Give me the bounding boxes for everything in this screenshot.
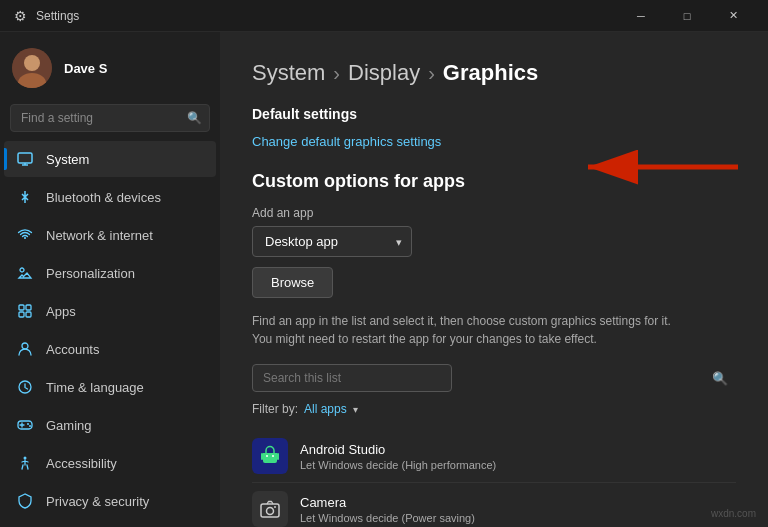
breadcrumb-chevron-2: ›	[428, 62, 435, 85]
personalization-icon	[16, 264, 34, 282]
sidebar-item-label: Gaming	[46, 418, 92, 433]
sidebar-item-personalization[interactable]: Personalization	[4, 255, 216, 291]
svg-rect-3	[18, 153, 32, 163]
privacy-icon	[16, 492, 34, 510]
browse-button[interactable]: Browse	[252, 267, 333, 298]
breadcrumb-system: System	[252, 60, 325, 86]
app-desc: Let Windows decide (Power saving)	[300, 512, 475, 524]
app-body: Dave S 🔍 System	[0, 32, 768, 527]
titlebar: ⚙ Settings ─ □ ✕	[0, 0, 768, 32]
sidebar-item-bluetooth[interactable]: Bluetooth & devices	[4, 179, 216, 215]
dropdown-wrapper: Desktop app Microsoft Store app ▾	[252, 226, 412, 257]
accounts-icon	[16, 340, 34, 358]
maximize-button[interactable]: □	[664, 0, 710, 32]
user-name: Dave S	[64, 61, 107, 76]
search-list-row: 🔍	[252, 364, 736, 392]
sidebar-item-label: Apps	[46, 304, 76, 319]
change-default-link[interactable]: Change default graphics settings	[252, 134, 441, 149]
system-icon	[16, 150, 34, 168]
avatar	[12, 48, 52, 88]
close-button[interactable]: ✕	[710, 0, 756, 32]
default-settings-title: Default settings	[252, 106, 736, 122]
sidebar-item-label: Privacy & security	[46, 494, 149, 509]
app-info: Camera Let Windows decide (Power saving)	[300, 495, 475, 524]
add-app-row: Desktop app Microsoft Store app ▾	[252, 226, 736, 257]
breadcrumb-display: Display	[348, 60, 420, 86]
apps-icon	[16, 302, 34, 320]
svg-point-6	[20, 268, 24, 272]
svg-point-21	[272, 455, 274, 457]
time-icon	[16, 378, 34, 396]
svg-point-1	[24, 55, 40, 71]
filter-chevron-icon: ▾	[353, 404, 358, 415]
svg-point-20	[266, 455, 268, 457]
sidebar-item-network[interactable]: Network & internet	[4, 217, 216, 253]
content-area: System › Display › Graphics Default sett…	[220, 32, 768, 527]
filter-label: Filter by:	[252, 402, 298, 416]
svg-rect-9	[19, 312, 24, 317]
sidebar-nav: System Bluetooth & devices	[0, 140, 220, 527]
svg-point-18	[24, 457, 27, 460]
sidebar-item-accounts[interactable]: Accounts	[4, 331, 216, 367]
search-list-input[interactable]	[252, 364, 452, 392]
sidebar-item-gaming[interactable]: Gaming	[4, 407, 216, 443]
sidebar-item-update[interactable]: Windows Update	[4, 521, 216, 527]
app-list: Android Studio Let Windows decide (High …	[252, 430, 736, 527]
bluetooth-icon	[16, 188, 34, 206]
app-icon-android	[252, 438, 288, 474]
sidebar: Dave S 🔍 System	[0, 32, 220, 527]
list-item[interactable]: Android Studio Let Windows decide (High …	[252, 430, 736, 483]
app-name: Camera	[300, 495, 475, 510]
search-icon: 🔍	[187, 111, 202, 125]
sidebar-item-accessibility[interactable]: Accessibility	[4, 445, 216, 481]
sidebar-item-label: Bluetooth & devices	[46, 190, 161, 205]
sidebar-item-privacy[interactable]: Privacy & security	[4, 483, 216, 519]
breadcrumb: System › Display › Graphics	[252, 60, 736, 86]
app-info: Android Studio Let Windows decide (High …	[300, 442, 496, 471]
user-profile[interactable]: Dave S	[0, 32, 220, 100]
filter-value[interactable]: All apps	[304, 402, 347, 416]
svg-rect-7	[19, 305, 24, 310]
sidebar-item-label: Accessibility	[46, 456, 117, 471]
svg-point-17	[29, 425, 31, 427]
settings-icon: ⚙	[12, 8, 28, 24]
breadcrumb-graphics: Graphics	[443, 60, 538, 86]
hint-text: Find an app in the list and select it, t…	[252, 312, 692, 348]
sidebar-item-label: Network & internet	[46, 228, 153, 243]
titlebar-controls: ─ □ ✕	[618, 0, 756, 32]
sidebar-item-label: System	[46, 152, 89, 167]
app-icon-camera	[252, 491, 288, 527]
breadcrumb-chevron-1: ›	[333, 62, 340, 85]
add-app-label: Add an app	[252, 206, 736, 220]
gaming-icon	[16, 416, 34, 434]
filter-row: Filter by: All apps ▾	[252, 402, 736, 416]
sidebar-item-label: Personalization	[46, 266, 135, 281]
search-input[interactable]	[10, 104, 210, 132]
svg-point-16	[27, 423, 29, 425]
sidebar-item-apps[interactable]: Apps	[4, 293, 216, 329]
app-type-dropdown[interactable]: Desktop app Microsoft Store app	[252, 226, 412, 257]
svg-point-11	[22, 343, 28, 349]
custom-options-title: Custom options for apps	[252, 171, 736, 192]
svg-point-26	[274, 506, 276, 508]
titlebar-title: Settings	[36, 9, 79, 23]
app-desc: Let Windows decide (High performance)	[300, 459, 496, 471]
list-item[interactable]: Camera Let Windows decide (Power saving)	[252, 483, 736, 527]
sidebar-item-system[interactable]: System	[4, 141, 216, 177]
accessibility-icon	[16, 454, 34, 472]
minimize-button[interactable]: ─	[618, 0, 664, 32]
sidebar-search[interactable]: 🔍	[10, 104, 210, 132]
svg-rect-10	[26, 312, 31, 317]
search-list-icon: 🔍	[712, 371, 728, 386]
network-icon	[16, 226, 34, 244]
svg-rect-8	[26, 305, 31, 310]
sidebar-item-label: Time & language	[46, 380, 144, 395]
sidebar-item-label: Accounts	[46, 342, 99, 357]
app-name: Android Studio	[300, 442, 496, 457]
sidebar-item-time[interactable]: Time & language	[4, 369, 216, 405]
titlebar-left: ⚙ Settings	[12, 8, 618, 24]
svg-point-25	[267, 508, 274, 515]
